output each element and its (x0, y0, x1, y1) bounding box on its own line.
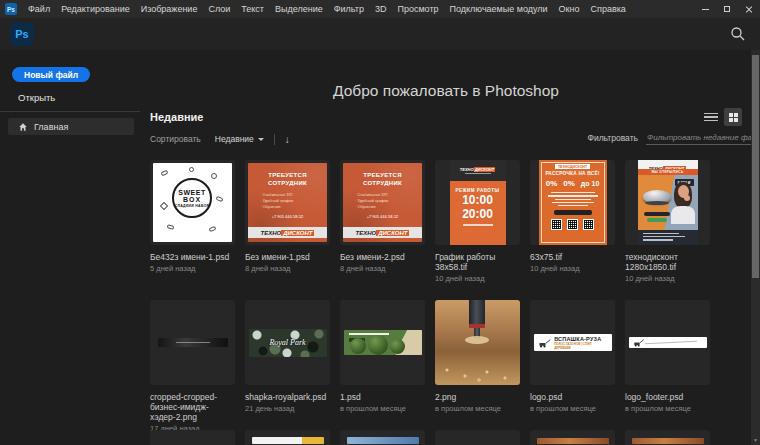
file-name: 63х75.tif (530, 252, 615, 262)
scrollbar-thumb[interactable] (752, 55, 759, 278)
file-card-sweetbox[interactable]: SWEET BOX СЛАДКИЙ НАБОР Бе432з имени-1.p… (150, 160, 235, 283)
file-card-wood-cnc[interactable]: 2.png в прошлом месяце (435, 300, 520, 433)
file-card-royalpark[interactable]: Royal Park shapka-royalpark.psd 21 день … (245, 300, 330, 433)
menu-image[interactable]: Изображение (141, 4, 198, 14)
sidebar-home-label: Главная (34, 122, 68, 132)
file-card-logo[interactable]: ВСПАШКА-РУЗА ПОКОС ГАЗОНОВ | СПИЛ ДЕРЕВЬ… (530, 300, 615, 433)
menu-file[interactable]: Файл (28, 4, 50, 14)
file-card-cutoff[interactable] (150, 430, 235, 445)
scrollbar-down-arrow[interactable]: ▼ (752, 437, 759, 443)
vacancy-thumbnail: ТРЕБУЕТСЯСОТРУДНИК · Стабильная З/П · Уд… (248, 163, 327, 242)
file-age: 10 дней назад (435, 274, 520, 283)
menu-bar: Ps Файл Редактирование Изображение Слои … (0, 0, 760, 18)
grid-view-button[interactable] (724, 108, 742, 126)
file-card-cutoff[interactable] (245, 430, 330, 445)
menu-window[interactable]: Окно (559, 4, 580, 14)
thumbnail-tile (625, 430, 710, 445)
file-age: 10 дней назад (625, 274, 710, 283)
poster-thumbnail: ТЕХНОДИСКОНТ МЫ ОТКРЫЛИСЬ 5 990 ₽ (638, 160, 698, 245)
file-card-garden-banner[interactable]: 1.psd в прошлом месяце (340, 300, 425, 433)
file-card-cutoff[interactable] (530, 430, 615, 445)
royalpark-thumbnail: Royal Park (249, 329, 327, 357)
thumbnail-tile (340, 300, 425, 385)
thumbnail-tile (435, 300, 520, 385)
lawnmower-icon (538, 338, 552, 348)
maximize-button[interactable] (716, 0, 738, 18)
menu-edit[interactable]: Редактирование (61, 4, 130, 14)
list-view-icon[interactable] (704, 111, 718, 123)
menu-type[interactable]: Текст (241, 4, 264, 14)
sidebar: Новый файл Открыть Главная (0, 50, 140, 445)
file-name: Без имени-2.psd (340, 252, 425, 262)
thumbnail-tile: ТЕХНОДИСКОНТ МЫ ОТКРЫЛИСЬ 5 990 ₽ (625, 160, 710, 245)
recent-files-row-2: cropped-cropped-бизнес-имидж-хэдер-2.png… (150, 300, 710, 433)
file-name: logo.psd (530, 392, 615, 402)
banner-strip-thumbnail (158, 338, 228, 347)
search-icon[interactable] (730, 26, 746, 42)
app-bar: Ps (0, 18, 760, 50)
file-age: в прошлом месяце (340, 404, 425, 413)
file-card-header-strip[interactable]: cropped-cropped-бизнес-имидж-хэдер-2.png… (150, 300, 235, 433)
file-card-vacancy-1[interactable]: ТРЕБУЕТСЯСОТРУДНИК · Стабильная З/П · Уд… (245, 160, 330, 283)
sort-row: Сортировать Недавние ↓ (150, 133, 290, 145)
file-name: График работы 38х58.tif (435, 252, 520, 272)
recent-section-title: Недавние (150, 111, 203, 123)
technodiscont-logo: ТЕХНОДИСКОНТ (248, 227, 327, 238)
sidebar-item-home[interactable]: Главная (8, 118, 134, 135)
menu-layers[interactable]: Слои (208, 4, 230, 14)
thumbnail-tile: ТЕХНОДИСКОНТ РЕЖИМ РАБОТЫ 10:00 20:00 (435, 160, 520, 245)
thumbnail-tile (340, 430, 425, 445)
thumbnail-tile (530, 430, 615, 445)
filter-label: Фильтровать (587, 133, 638, 143)
filter-zone: Фильтровать (587, 131, 752, 145)
thumbnail-tile (625, 300, 710, 385)
cutoff-banner-thumbnail (347, 437, 419, 444)
thumbnail-tile (150, 300, 235, 385)
filter-input[interactable] (646, 131, 752, 145)
sort-dropdown[interactable]: Недавние (215, 134, 264, 144)
menu-help[interactable]: Справка (591, 4, 626, 14)
file-card-cutoff[interactable] (340, 430, 425, 445)
home-icon (18, 122, 28, 132)
file-card-logo-footer[interactable]: logo_footer.psd в прошлом месяце (625, 300, 710, 433)
close-button[interactable] (738, 0, 760, 18)
cutoff-banner-thumbnail (537, 438, 609, 444)
menu-view[interactable]: Просмотр (397, 4, 438, 14)
close-icon (745, 5, 753, 13)
sidebar-divider (0, 111, 140, 112)
file-card-installment[interactable]: ТЕХНОДИСКОНТ РАССРОЧКА НА ВСЁ! 0% 0% до … (530, 160, 615, 283)
file-card-cutoff[interactable] (625, 430, 710, 445)
file-age: в прошлом месяце (435, 404, 520, 413)
file-card-schedule[interactable]: ТЕХНОДИСКОНТ РЕЖИМ РАБОТЫ 10:00 20:00 Гр… (435, 160, 520, 283)
menu-plugins[interactable]: Подключаемые модули (450, 4, 548, 14)
installment-thumbnail: ТЕХНОДИСКОНТ РАССРОЧКА НА ВСЁ! 0% 0% до … (539, 160, 607, 245)
file-age: 5 дней назад (150, 264, 235, 273)
minimize-button[interactable] (694, 0, 716, 18)
ps-taskbar-icon: Ps (5, 3, 17, 15)
menu-select[interactable]: Выделение (275, 4, 323, 14)
view-toggle (704, 108, 742, 126)
file-card-poster[interactable]: ТЕХНОДИСКОНТ МЫ ОТКРЫЛИСЬ 5 990 ₽ технод… (625, 160, 710, 283)
file-name: logo_footer.psd (625, 392, 710, 402)
thumbnail-tile: Royal Park (245, 300, 330, 385)
schedule-thumbnail: ТЕХНОДИСКОНТ РЕЖИМ РАБОТЫ 10:00 20:00 (450, 160, 506, 245)
file-card-cutoff[interactable] (435, 430, 520, 445)
file-card-vacancy-2[interactable]: ТРЕБУЕТСЯСОТРУДНИК · Стабильная З/П · Уд… (340, 160, 425, 283)
thumbnail-tile (245, 430, 330, 445)
file-age: в прошлом месяце (625, 404, 710, 413)
thumbnail-tile: ТРЕБУЕТСЯСОТРУДНИК · Стабильная З/П · Уд… (245, 160, 330, 245)
menu-3d[interactable]: 3D (375, 4, 387, 14)
grid-view-icon (729, 113, 738, 122)
window-controls (694, 0, 760, 18)
thumbnail-tile (435, 430, 520, 445)
file-age: 10 дней назад (530, 264, 615, 273)
recent-files-row-1: SWEET BOX СЛАДКИЙ НАБОР Бе432з имени-1.p… (150, 160, 710, 283)
menu-filter[interactable]: Фильтр (334, 4, 364, 14)
new-file-button[interactable]: Новый файл (12, 67, 90, 82)
file-name: 1.psd (340, 392, 425, 402)
photoshop-logo: Ps (10, 22, 34, 46)
maximize-icon (724, 6, 730, 12)
open-button[interactable]: Открыть (18, 92, 55, 103)
file-name: cropped-cropped-бизнес-имидж-хэдер-2.png (150, 392, 235, 422)
sort-direction-button[interactable]: ↓ (285, 134, 290, 145)
